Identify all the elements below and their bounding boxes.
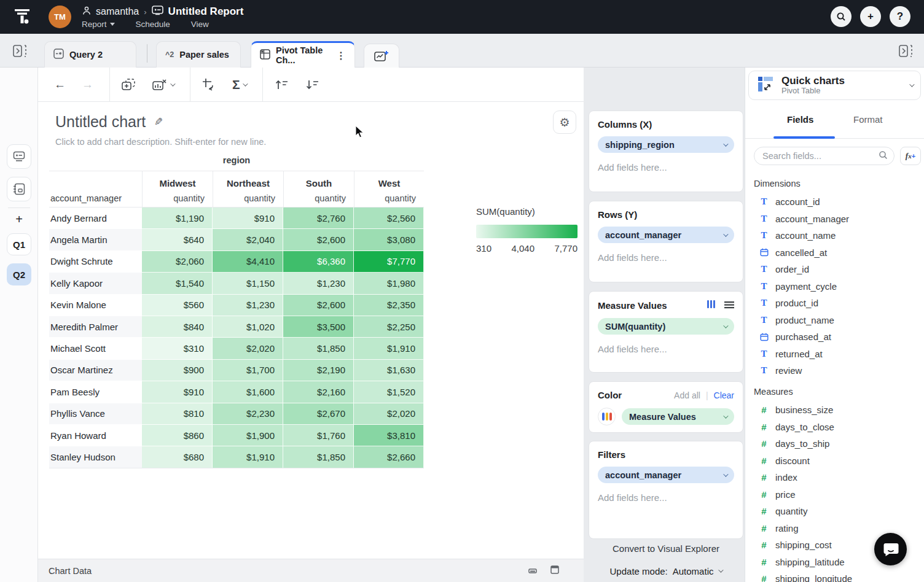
pivot-value-cell[interactable]: $1,700 [213, 360, 283, 381]
pivot-value-cell[interactable]: $2,230 [213, 403, 283, 425]
breadcrumb-user[interactable]: samantha [96, 6, 139, 17]
chart-description-placeholder[interactable]: Click to add chart description. Shift-en… [55, 137, 266, 147]
pivot-value-cell[interactable]: $910 [142, 381, 213, 403]
dimension-item[interactable]: Treturned_at [745, 346, 924, 363]
add-fields-dropzone[interactable]: Add fields here... [598, 162, 734, 173]
menu-report[interactable]: Report [82, 20, 115, 29]
pivot-value-cell[interactable]: $840 [142, 316, 213, 338]
expand-panel-icon[interactable] [550, 565, 559, 576]
pivot-value-cell[interactable]: $640 [142, 229, 213, 250]
pivot-value-cell[interactable]: $910 [213, 208, 283, 229]
search-fields-box[interactable] [754, 147, 895, 165]
avatar[interactable]: TM [49, 6, 71, 28]
pivot-value-cell[interactable]: $2,020 [354, 403, 424, 425]
pivot-value-cell[interactable]: $2,560 [354, 208, 424, 229]
tab-paper-sales[interactable]: ^2 Paper sales [156, 41, 241, 68]
sidebar-item-q1[interactable]: Q1 [7, 233, 31, 255]
dimension-item[interactable]: Taccount_name [745, 227, 924, 244]
collapse-panel-icon[interactable] [528, 565, 537, 576]
pivot-value-cell[interactable]: $2,020 [213, 338, 283, 359]
pivot-value-cell[interactable]: $1,900 [213, 425, 283, 446]
tab-query-2[interactable]: Query 2 [44, 41, 136, 68]
pivot-value-cell[interactable]: $1,230 [283, 273, 354, 294]
pivot-row-label[interactable]: Meredith Palmer [49, 316, 142, 338]
right-panel-toggle-button[interactable] [896, 41, 915, 61]
pivot-value-cell[interactable]: $1,190 [142, 208, 213, 229]
field-pill[interactable]: shipping_region [598, 136, 734, 153]
pivot-value-cell[interactable]: $1,910 [213, 446, 283, 468]
undo-button[interactable]: ← [54, 78, 66, 91]
pivot-row-label[interactable]: Michael Scott [49, 338, 142, 359]
pivot-value-cell[interactable]: $2,660 [354, 446, 424, 468]
swap-axes-button[interactable] [202, 77, 216, 92]
field-pill[interactable]: account_manager [598, 227, 734, 243]
aggregate-dropdown-button[interactable]: Σ [232, 77, 246, 92]
pivot-value-cell[interactable]: $4,410 [213, 251, 283, 273]
pivot-value-cell[interactable]: $2,670 [283, 403, 354, 425]
measure-item[interactable]: #price [745, 486, 924, 503]
measure-item[interactable]: #index [745, 469, 924, 486]
redo-button[interactable]: → [82, 78, 93, 91]
dimension-item[interactable]: cancelled_at [745, 244, 924, 262]
chart-data-label[interactable]: Chart Data [49, 566, 528, 576]
pivot-row-label[interactable]: Angela Martin [49, 229, 142, 250]
color-palette-icon[interactable] [598, 408, 616, 425]
update-mode-control[interactable]: Update mode: Automatic [589, 560, 743, 582]
tab-menu-icon[interactable]: ⋮ [336, 50, 346, 61]
pivot-value-cell[interactable]: $3,500 [283, 316, 354, 338]
help-button[interactable]: ? [890, 6, 910, 27]
pivot-value-cell[interactable]: $1,910 [354, 338, 424, 359]
add-formula-button[interactable]: fx+ [900, 147, 921, 165]
duplicate-chart-button[interactable] [121, 78, 136, 91]
pivot-value-cell[interactable]: $2,190 [283, 360, 354, 381]
pivot-value-cell[interactable]: $2,760 [283, 208, 354, 229]
pivot-value-cell[interactable]: $1,600 [213, 381, 283, 403]
convert-to-visual-explorer-link[interactable]: Convert to Visual Explorer [589, 543, 743, 554]
pivot-value-cell[interactable]: $310 [142, 338, 213, 359]
pivot-value-cell[interactable]: $2,250 [354, 316, 424, 338]
dimension-item[interactable]: Tproduct_id [745, 295, 924, 312]
pivot-value-cell[interactable]: $1,540 [142, 273, 213, 294]
pivot-value-cell[interactable]: $1,850 [283, 446, 354, 468]
add-button[interactable]: + [860, 6, 881, 27]
dimension-item[interactable]: Tpayment_cycle [745, 278, 924, 295]
pivot-column-header[interactable]: West [354, 171, 424, 190]
pivot-row-label[interactable]: Ryan Howard [49, 425, 142, 446]
pivot-value-cell[interactable]: $7,770 [354, 251, 424, 273]
add-all-button[interactable]: Add all [674, 390, 700, 400]
pivot-value-cell[interactable]: $3,810 [354, 425, 424, 446]
pivot-value-cell[interactable]: $680 [142, 446, 213, 468]
app-logo-icon[interactable] [12, 7, 32, 29]
dimension-item[interactable]: Treview [745, 362, 924, 379]
pivot-row-label[interactable]: Stanley Hudson [49, 446, 142, 468]
pivot-value-cell[interactable]: $900 [142, 360, 213, 381]
add-query-button[interactable]: + [0, 212, 38, 227]
pivot-value-cell[interactable]: $3,080 [354, 229, 424, 250]
menu-view[interactable]: View [191, 20, 209, 29]
pivot-value-cell[interactable]: $1,630 [354, 360, 424, 381]
dataset-button[interactable] [7, 177, 31, 201]
pivot-value-cell[interactable]: $1,150 [213, 273, 283, 294]
pivot-row-label[interactable]: Phyllis Vance [49, 403, 142, 425]
field-pill[interactable]: Measure Values [622, 408, 734, 425]
pivot-row-label[interactable]: Kevin Malone [49, 295, 142, 316]
pivot-column-header[interactable]: Northeast [213, 171, 283, 190]
help-chat-button[interactable] [874, 533, 907, 565]
search-fields-input[interactable] [762, 151, 879, 161]
report-title[interactable]: Untitled Report [168, 6, 244, 18]
dimension-item[interactable]: Taccount_id [745, 193, 924, 211]
measure-item[interactable]: #days_to_ship [745, 435, 924, 452]
dimension-item[interactable]: Torder_id [745, 261, 924, 278]
pivot-value-cell[interactable]: $1,520 [354, 381, 424, 403]
row-layout-icon[interactable] [724, 300, 734, 311]
edit-title-icon[interactable]: ✎ [154, 115, 163, 128]
sidebar-item-q2[interactable]: Q2 [7, 263, 31, 285]
pivot-value-cell[interactable]: $1,850 [283, 338, 354, 359]
dimension-item[interactable]: Taccount_manager [745, 211, 924, 228]
pivot-value-cell[interactable]: $2,040 [213, 229, 283, 250]
pivot-row-label[interactable]: Oscar Martinez [49, 360, 142, 381]
delete-chart-dropdown-button[interactable] [152, 78, 174, 91]
tab-pivot-table-chart[interactable]: Pivot Table Ch... ⋮ [251, 41, 355, 68]
pivot-value-cell[interactable]: $2,600 [283, 295, 354, 316]
pivot-row-label[interactable]: Kelly Kapoor [49, 273, 142, 294]
